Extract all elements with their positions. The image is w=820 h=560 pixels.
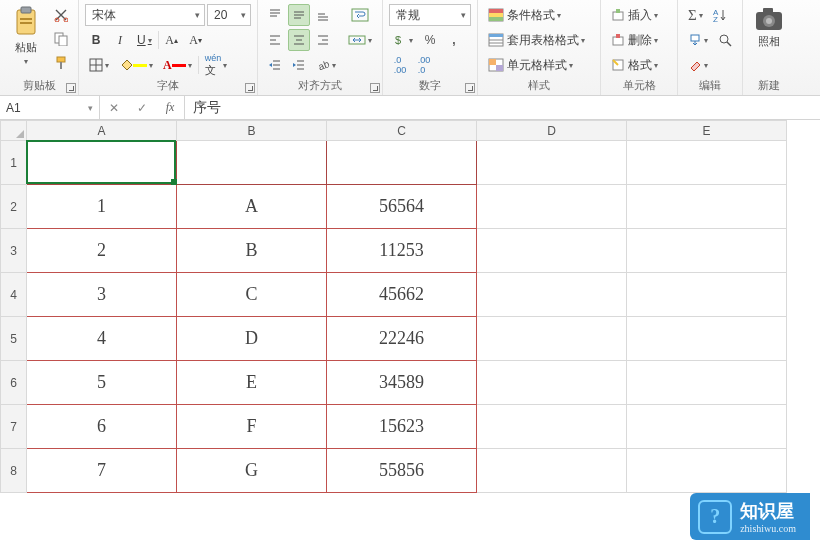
empty-cell[interactable] [627, 185, 787, 229]
data-cell[interactable]: A [177, 185, 327, 229]
data-cell[interactable]: 2 [27, 229, 177, 273]
data-cell[interactable]: 11253 [327, 229, 477, 273]
clipboard-dialog-launcher[interactable] [66, 83, 76, 93]
data-cell[interactable]: 1 [27, 185, 177, 229]
data-cell[interactable]: 3 [27, 273, 177, 317]
data-cell[interactable]: 6 [27, 405, 177, 449]
phonetic-button[interactable]: wén文 [201, 54, 232, 76]
fill-color-button[interactable] [115, 54, 157, 76]
empty-cell[interactable] [627, 361, 787, 405]
paste-button[interactable]: 粘贴 ▾ [6, 4, 46, 68]
borders-button[interactable] [85, 54, 113, 76]
comma-button[interactable]: , [443, 29, 465, 51]
column-header[interactable]: E [627, 121, 787, 141]
empty-cell[interactable] [627, 449, 787, 493]
column-header[interactable]: D [477, 121, 627, 141]
shrink-font-button[interactable]: A▾ [185, 29, 207, 51]
worksheet-grid[interactable]: ABCDE1序号名称销售量21A5656432B1125343C4566254D… [0, 120, 820, 560]
decrease-decimal-button[interactable]: .00.0 [413, 54, 435, 76]
orientation-button[interactable]: ab [312, 54, 340, 76]
italic-button[interactable]: I [109, 29, 131, 51]
empty-cell[interactable] [477, 273, 627, 317]
cut-button[interactable] [50, 4, 72, 26]
data-cell[interactable]: 4 [27, 317, 177, 361]
font-size-select[interactable]: 20 [207, 4, 251, 26]
data-cell[interactable]: 销售量 [327, 141, 477, 185]
empty-cell[interactable] [477, 405, 627, 449]
row-header[interactable]: 7 [1, 405, 27, 449]
cancel-formula-button[interactable]: ✕ [100, 96, 128, 119]
find-select-button[interactable] [714, 29, 736, 51]
insert-cells-button[interactable]: 插入 [607, 4, 671, 26]
accounting-format-button[interactable]: $ [389, 29, 417, 51]
data-cell[interactable]: E [177, 361, 327, 405]
align-middle-button[interactable] [288, 4, 310, 26]
empty-cell[interactable] [477, 185, 627, 229]
align-left-button[interactable] [264, 29, 286, 51]
copy-button[interactable] [50, 28, 72, 50]
align-top-button[interactable] [264, 4, 286, 26]
decrease-indent-button[interactable] [264, 54, 286, 76]
data-cell[interactable]: G [177, 449, 327, 493]
accept-formula-button[interactable]: ✓ [128, 96, 156, 119]
align-right-button[interactable] [312, 29, 334, 51]
empty-cell[interactable] [627, 229, 787, 273]
format-as-table-button[interactable]: 套用表格格式 [484, 29, 594, 51]
font-name-select[interactable]: 宋体 [85, 4, 205, 26]
autosum-button[interactable]: Σ [684, 4, 707, 26]
data-cell[interactable]: 34589 [327, 361, 477, 405]
empty-cell[interactable] [627, 317, 787, 361]
column-header[interactable]: A [27, 121, 177, 141]
underline-button[interactable]: U [133, 29, 156, 51]
row-header[interactable]: 6 [1, 361, 27, 405]
empty-cell[interactable] [477, 317, 627, 361]
formula-input[interactable]: 序号 [185, 96, 820, 119]
merge-center-button[interactable] [344, 29, 376, 51]
align-bottom-button[interactable] [312, 4, 334, 26]
select-all-corner[interactable] [1, 121, 27, 141]
empty-cell[interactable] [477, 361, 627, 405]
empty-cell[interactable] [477, 141, 627, 185]
percent-button[interactable]: % [419, 29, 441, 51]
conditional-format-button[interactable]: 条件格式 [484, 4, 594, 26]
row-header[interactable]: 3 [1, 229, 27, 273]
camera-button[interactable]: 照相 [749, 4, 789, 51]
data-cell[interactable]: 56564 [327, 185, 477, 229]
fill-button[interactable] [684, 29, 712, 51]
format-painter-button[interactable] [50, 52, 72, 74]
clear-button[interactable] [684, 54, 712, 76]
grow-font-button[interactable]: A▴ [161, 29, 183, 51]
increase-indent-button[interactable] [288, 54, 310, 76]
row-header[interactable]: 4 [1, 273, 27, 317]
data-cell[interactable]: 名称 [177, 141, 327, 185]
row-header[interactable]: 1 [1, 141, 27, 185]
data-cell[interactable]: C [177, 273, 327, 317]
data-cell[interactable]: 22246 [327, 317, 477, 361]
row-header[interactable]: 8 [1, 449, 27, 493]
empty-cell[interactable] [627, 405, 787, 449]
empty-cell[interactable] [627, 273, 787, 317]
data-cell[interactable]: 45662 [327, 273, 477, 317]
name-box[interactable]: A1 [0, 96, 100, 119]
delete-cells-button[interactable]: 删除 [607, 29, 671, 51]
cell-styles-button[interactable]: 单元格样式 [484, 54, 594, 76]
empty-cell[interactable] [627, 141, 787, 185]
format-cells-button[interactable]: 格式 [607, 54, 671, 76]
number-format-select[interactable]: 常规 [389, 4, 471, 26]
row-header[interactable]: 5 [1, 317, 27, 361]
sort-filter-button[interactable]: AZ [709, 4, 733, 26]
data-cell[interactable]: 55856 [327, 449, 477, 493]
column-header[interactable]: B [177, 121, 327, 141]
font-dialog-launcher[interactable] [245, 83, 255, 93]
column-header[interactable]: C [327, 121, 477, 141]
row-header[interactable]: 2 [1, 185, 27, 229]
data-cell[interactable]: 15623 [327, 405, 477, 449]
empty-cell[interactable] [477, 449, 627, 493]
align-center-button[interactable] [288, 29, 310, 51]
bold-button[interactable]: B [85, 29, 107, 51]
wrap-text-button[interactable] [344, 4, 376, 26]
insert-function-button[interactable]: fx [156, 96, 184, 119]
data-cell[interactable]: B [177, 229, 327, 273]
font-color-button[interactable]: A [159, 54, 196, 76]
empty-cell[interactable] [477, 229, 627, 273]
